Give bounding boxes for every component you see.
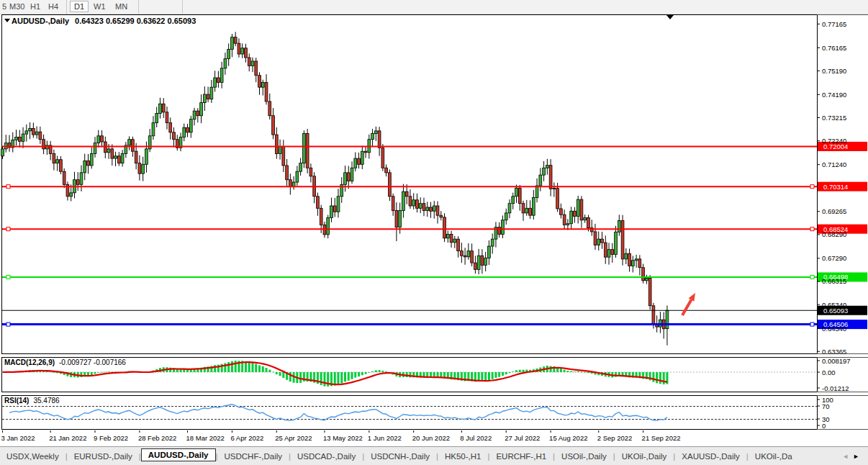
chart-title: AUDUSD-,Daily0.64323 0.65299 0.63622 0.6… xyxy=(12,17,202,25)
candle-body-down xyxy=(580,199,583,220)
tabs-scroll-right-icon[interactable]: ► xyxy=(853,453,864,460)
candle-body-up xyxy=(121,153,124,163)
tab-usdchf-daily[interactable]: USDCHF-,Daily xyxy=(218,452,289,461)
main-pane-border xyxy=(2,15,818,354)
tab-xauusd-daily[interactable]: XAUUSD-,Daily xyxy=(675,452,746,461)
line-handle[interactable] xyxy=(6,275,10,279)
candle-body-down xyxy=(111,149,114,158)
line-handle[interactable] xyxy=(810,322,814,326)
symbol-dropdown-icon[interactable] xyxy=(4,19,10,22)
macd-histogram-bar xyxy=(587,372,589,373)
chart-canvas[interactable]: 0.720040.703140.685240.664980.650930.645… xyxy=(0,0,868,465)
price-tick-label: 0.77165 xyxy=(822,20,846,28)
trend-arrow-shaft[interactable] xyxy=(682,300,691,315)
candle-body-down xyxy=(286,166,289,180)
tab-ukoil-da[interactable]: UKOil-,Da xyxy=(749,452,799,461)
timeframe-button-mn[interactable]: MN xyxy=(115,2,127,12)
timeframe-button-m30[interactable]: M30 xyxy=(9,2,24,12)
candle-body-down xyxy=(392,197,394,211)
rsi-line xyxy=(9,405,667,421)
candle-body-down xyxy=(248,58,250,66)
tab-audusd-daily[interactable]: AUDUSD-,Daily xyxy=(141,448,216,461)
line-handle[interactable] xyxy=(810,275,814,279)
candle-body-up xyxy=(299,163,302,172)
date-label: 27 Jul 2022 xyxy=(505,434,540,442)
tab-usdcnh-daily[interactable]: USDCNH-,Daily xyxy=(364,452,436,461)
timeframe-button-d1[interactable]: D1 xyxy=(70,1,89,12)
candle-body-down xyxy=(652,306,655,324)
candle-body-down xyxy=(309,168,312,176)
candle-body-down xyxy=(594,232,597,245)
candle-body-up xyxy=(15,137,18,140)
tab-eurusd-daily[interactable]: EURUSD-,Daily xyxy=(68,452,139,461)
candle-body-up xyxy=(203,94,206,103)
candle-body-up xyxy=(453,239,456,243)
candle-body-up xyxy=(344,173,347,184)
line-handle[interactable] xyxy=(6,227,10,231)
macd-histogram-bar xyxy=(656,372,658,383)
candle-body-down xyxy=(436,206,439,215)
candle-body-up xyxy=(532,197,535,215)
tab-usoil-daily[interactable]: USOil-,Daily xyxy=(555,452,613,461)
tab-usdcad-daily[interactable]: USDCAD-,Daily xyxy=(291,452,362,461)
tabs-scroll-left-icon[interactable]: ◄ xyxy=(842,453,853,460)
macd-histogram-bar xyxy=(248,362,250,372)
candle-body-down xyxy=(364,151,367,153)
price-tick-label: 0.69265 xyxy=(822,207,846,215)
candle-body-up xyxy=(618,220,620,232)
macd-histogram-bar xyxy=(320,372,322,385)
candle-body-up xyxy=(535,186,538,197)
timeframe-button-h1[interactable]: H1 xyxy=(30,2,40,12)
line-handle[interactable] xyxy=(6,185,10,189)
candle-body-down xyxy=(255,61,258,76)
macd-histogram-bar xyxy=(251,363,253,372)
macd-histogram-bar xyxy=(231,361,233,372)
macd-histogram-bar xyxy=(91,372,93,375)
candle-body-down xyxy=(186,127,189,132)
macd-histogram-bar xyxy=(368,372,370,373)
macd-histogram-bar xyxy=(574,371,576,372)
candle-body-down xyxy=(272,116,275,135)
candle-body-up xyxy=(488,246,491,258)
candle-body-down xyxy=(648,279,651,306)
candle-body-down xyxy=(317,197,320,208)
macd-axis-label: 0.00 xyxy=(822,369,836,376)
candle-body-up xyxy=(261,83,264,88)
timeframe-button-h4[interactable]: H4 xyxy=(48,2,58,12)
macd-histogram-bar xyxy=(381,371,384,372)
candle-body-down xyxy=(169,123,172,132)
date-label: 9 Feb 2022 xyxy=(94,434,128,442)
tab-hk50-h1[interactable]: HK50-,H1 xyxy=(438,452,488,461)
macd-histogram-bar xyxy=(53,372,55,373)
macd-histogram-bar xyxy=(550,366,552,372)
candle-body-down xyxy=(381,148,384,168)
candle-body-up xyxy=(241,48,244,54)
macd-histogram-bar xyxy=(235,361,237,372)
line-handle[interactable] xyxy=(810,185,814,189)
date-label: 21 Jan 2022 xyxy=(49,434,86,442)
tab-ukoil-daily[interactable]: UKOil-,Daily xyxy=(615,452,674,461)
candle-body-up xyxy=(426,207,429,211)
candle-body-up xyxy=(477,256,480,269)
candle-body-up xyxy=(635,259,638,261)
macd-histogram-bar xyxy=(354,372,356,378)
candle-body-down xyxy=(166,112,168,123)
chart-shift-marker-icon[interactable] xyxy=(666,15,674,19)
timeframe-button-m5[interactable]: 5 xyxy=(2,2,6,12)
line-handle[interactable] xyxy=(810,227,814,231)
candle-body-down xyxy=(289,180,291,187)
line-handle[interactable] xyxy=(6,322,10,326)
timeframe-button-w1[interactable]: W1 xyxy=(94,2,106,12)
rsi-value: 35.4786 xyxy=(33,397,59,405)
macd-histogram-bar xyxy=(323,372,325,387)
candle-body-down xyxy=(563,215,566,225)
macd-histogram-bar xyxy=(268,370,271,372)
tab-eurchf-h1[interactable]: EURCHF-,H1 xyxy=(489,452,553,461)
macd-histogram-bar xyxy=(494,372,497,378)
tab-usdx-weekly[interactable]: USDX,Weekly xyxy=(0,452,65,461)
candle-body-down xyxy=(358,158,361,164)
candle-body-up xyxy=(625,253,628,259)
candle-body-up xyxy=(83,161,86,172)
candle-body-down xyxy=(574,211,577,216)
candle-body-down xyxy=(529,208,532,215)
